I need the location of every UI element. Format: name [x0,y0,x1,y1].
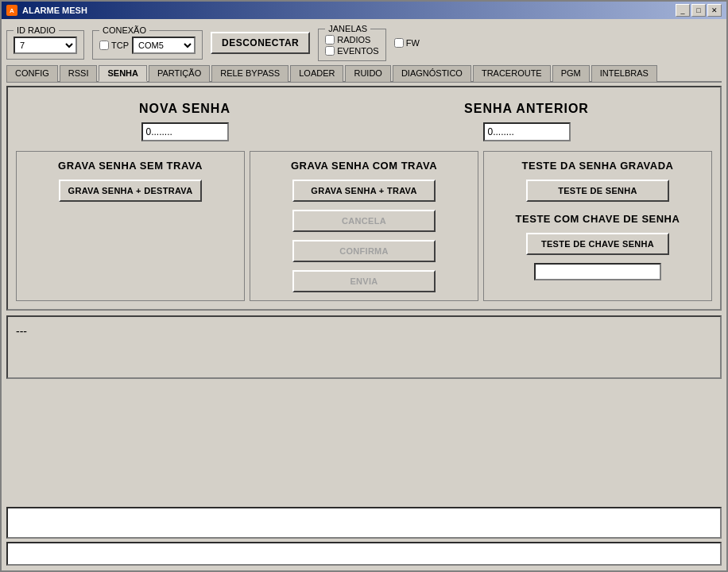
conexao-label: CONEXÃO [99,25,149,35]
outer-panel: NOVA SENHA SENHA ANTERIOR GRAVA SENHA SE… [6,86,722,311]
chave-senha-input[interactable] [534,263,661,280]
status-text: --- [16,325,27,338]
eventos-label: EVENTOS [337,46,378,56]
tab-bar: CONFIG RSSI SENHA PARTIÇÃO RELE BYPASS L… [6,64,722,83]
window-body: ID RADIO 7 CONEXÃO TCP COM5 [2,19,726,570]
panel-teste-senha: TESTE DA SENHA GRAVADA TESTE DE SENHA TE… [483,151,712,301]
tab-ruido[interactable]: RUIDO [345,65,390,82]
nova-senha-group: NOVA SENHA [139,102,230,141]
tab-intelbras[interactable]: INTELBRAS [591,65,657,82]
tab-traceroute[interactable]: TRACEROUTE [473,65,551,82]
senha-anterior-input[interactable] [483,122,571,141]
radios-checkbox[interactable] [325,35,335,44]
senha-anterior-label: SENHA ANTERIOR [464,102,589,116]
bottom-panels [6,507,722,566]
close-button[interactable]: ✕ [707,4,722,17]
id-radio-group: ID RADIO 7 [6,25,84,60]
panel3-title2: TESTE COM CHAVE DE SENHA [516,213,680,225]
nova-senha-label: NOVA SENHA [139,102,230,116]
janelas-label: JANELAS [325,24,370,33]
window-controls: _ □ ✕ [676,4,722,17]
radios-checkbox-label: RADIOS [325,35,378,44]
conexao-group: CONEXÃO TCP COM5 COM1 COM2 COM3 COM4 [92,25,203,60]
com-select[interactable]: COM5 COM1 COM2 COM3 COM4 [132,37,196,54]
tcp-checkbox[interactable] [99,41,109,50]
tab-diagnostico[interactable]: DIAGNÓSTICO [393,65,471,82]
teste-senha-button[interactable]: TESTE DE SENHA [526,180,669,202]
tab-senha[interactable]: SENHA [99,65,147,82]
radios-label: RADIOS [337,35,370,44]
title-bar: A ALARME MESH _ □ ✕ [2,2,726,19]
id-radio-select[interactable]: 7 [14,37,77,54]
tab-config[interactable]: CONFIG [6,65,58,82]
panel2-title: GRAVA SENHA COM TRAVA [291,160,437,172]
conexao-inner: TCP COM5 COM1 COM2 COM3 COM4 [99,37,196,54]
id-radio-label: ID RADIO [14,25,59,35]
tab-rssi[interactable]: RSSI [60,65,98,82]
window-title: ALARME MESH [22,6,87,15]
tab-particao[interactable]: PARTIÇÃO [149,65,210,82]
log-panel-1 [6,507,722,539]
disconnect-button[interactable]: DESCONECTAR [211,32,310,54]
panel-com-trava: GRAVA SENHA COM TRAVA GRAVA SENHA + TRAV… [250,151,478,301]
senha-anterior-group: SENHA ANTERIOR [464,102,589,141]
teste-chave-senha-button[interactable]: TESTE DE CHAVE SENHA [526,233,669,255]
janelas-inner: RADIOS EVENTOS [325,35,378,56]
fw-checkbox[interactable] [394,38,404,48]
panel3-title1: TESTE DA SENHA GRAVADA [522,160,674,172]
envia-button[interactable]: ENVIA [292,270,436,292]
eventos-checkbox[interactable] [325,46,335,56]
tcp-label: TCP [111,41,129,50]
tab-rele-bypass[interactable]: RELE BYPASS [211,65,288,82]
main-window: A ALARME MESH _ □ ✕ ID RADIO 7 CONEX [0,0,728,572]
id-radio-inner: 7 [14,37,77,54]
grava-senha-destrava-button[interactable]: GRAVA SENHA + DESTRAVA [59,180,202,202]
panel-sem-trava: GRAVA SENHA SEM TRAVA GRAVA SENHA + DEST… [16,151,245,301]
cancela-button[interactable]: CANCELA [292,210,436,232]
eventos-checkbox-label: EVENTOS [325,46,378,56]
confirma-button[interactable]: CONFIRMA [292,240,436,262]
top-bar: ID RADIO 7 CONEXÃO TCP COM5 [6,24,722,61]
fw-label: FW [406,38,420,48]
minimize-button[interactable]: _ [676,4,690,17]
nova-senha-input[interactable] [141,122,229,141]
tcp-checkbox-label: TCP [99,41,129,50]
panel1-title: GRAVA SENHA SEM TRAVA [58,160,203,172]
fw-checkbox-label: FW [394,38,420,48]
actions-row: GRAVA SENHA SEM TRAVA GRAVA SENHA + DEST… [16,151,712,301]
restore-button[interactable]: □ [691,4,706,17]
main-content: NOVA SENHA SENHA ANTERIOR GRAVA SENHA SE… [6,86,722,504]
log-panel-2 [6,542,722,566]
janelas-group: JANELAS RADIOS EVENTOS [318,24,385,61]
title-bar-left: A ALARME MESH [6,5,87,16]
password-section: NOVA SENHA SENHA ANTERIOR [16,95,712,148]
grava-senha-trava-button[interactable]: GRAVA SENHA + TRAVA [292,180,436,202]
tab-pgm[interactable]: PGM [552,65,590,82]
status-panel: --- [6,315,722,379]
tab-loader[interactable]: LOADER [290,65,343,82]
app-icon: A [6,5,17,16]
